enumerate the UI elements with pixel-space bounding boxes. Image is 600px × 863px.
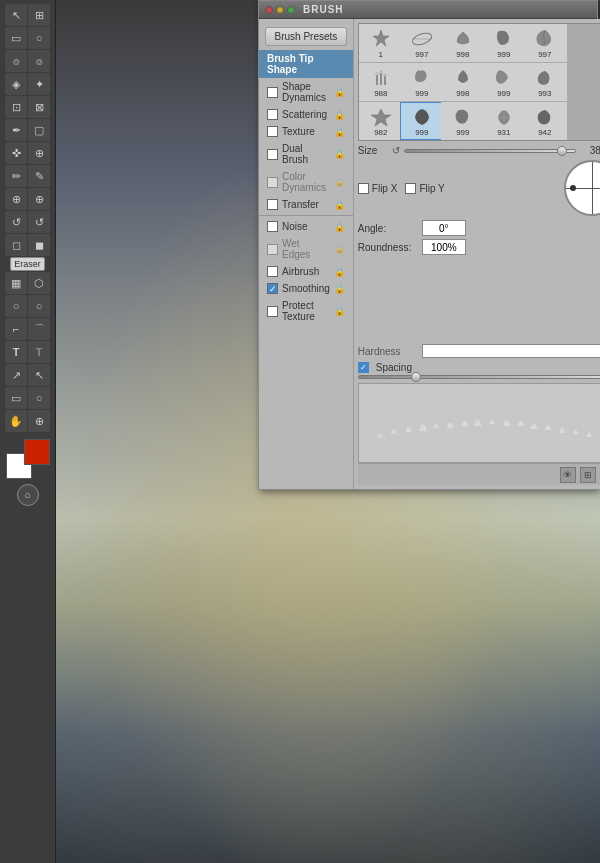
flip-y-control[interactable]: Flip Y xyxy=(405,183,444,194)
marquee-rect-tool[interactable]: ▭ xyxy=(5,27,27,49)
color-dynamics-checkbox[interactable] xyxy=(267,177,278,188)
nav-label-scattering: Scattering xyxy=(282,109,327,120)
nav-item-dual-brush[interactable]: Dual Brush 🔒 xyxy=(259,140,353,168)
nav-item-protect-texture[interactable]: Protect Texture 🔒 xyxy=(259,297,353,325)
angle-input[interactable] xyxy=(422,220,466,236)
dual-brush-checkbox[interactable] xyxy=(267,149,278,160)
brush-thumb-999c[interactable]: 999 xyxy=(482,63,526,101)
brush-thumb-1[interactable]: 1 xyxy=(359,24,403,62)
nav-item-texture[interactable]: Texture 🔒 xyxy=(259,123,353,140)
history-brush-tool[interactable]: ↺ xyxy=(5,211,27,233)
nav-item-wet-edges[interactable]: Wet Edges 🔒 xyxy=(259,235,353,263)
brush-thumb-931[interactable]: 931 xyxy=(482,102,526,140)
transfer-checkbox[interactable] xyxy=(267,199,278,210)
maximize-btn[interactable] xyxy=(287,6,295,14)
direct-select-tool[interactable]: ↖ xyxy=(28,364,50,386)
type-mask-tool[interactable]: T xyxy=(28,341,50,363)
flip-y-checkbox[interactable] xyxy=(405,183,416,194)
crop-tool[interactable]: ⊡ xyxy=(5,96,27,118)
magic-wand-tool[interactable]: ✦ xyxy=(28,73,50,95)
ellipse-tool[interactable]: ○ xyxy=(28,387,50,409)
nav-item-scattering[interactable]: Scattering 🔒 xyxy=(259,106,353,123)
brush-thumb-999b[interactable]: 999 xyxy=(400,63,444,101)
size-slider-track[interactable] xyxy=(404,149,576,153)
color-sample-tool[interactable]: ▢ xyxy=(28,119,50,141)
brush-tool[interactable]: ✏ xyxy=(5,165,27,187)
wet-edges-checkbox[interactable] xyxy=(267,244,278,255)
move-tool[interactable]: ↖ xyxy=(5,4,27,26)
panel-view-icon[interactable]: 👁 xyxy=(560,467,576,483)
roundness-input[interactable] xyxy=(422,239,466,255)
pencil-tool[interactable]: ✎ xyxy=(28,165,50,187)
smoothing-checkbox[interactable] xyxy=(267,283,278,294)
nav-item-color-dynamics[interactable]: Color Dynamics 🔒 xyxy=(259,168,353,196)
nav-item-brush-tip-shape[interactable]: Brush Tip Shape xyxy=(259,50,353,78)
flip-x-control[interactable]: Flip X xyxy=(358,183,398,194)
brush-thumb-999e[interactable]: 999 xyxy=(441,102,485,140)
quick-select-tool[interactable]: ◈ xyxy=(5,73,27,95)
panel-grid-icon[interactable]: ⊞ xyxy=(580,467,596,483)
brush-thumb-942[interactable]: 942 xyxy=(523,102,567,140)
spacing-slider-track[interactable] xyxy=(358,375,600,379)
lasso-tool[interactable]: ⌾ xyxy=(5,50,27,72)
spacing-checkbox[interactable]: ✓ xyxy=(358,362,369,373)
art-history-tool[interactable]: ↺ xyxy=(28,211,50,233)
brush-thumb-988[interactable]: 988 xyxy=(359,63,403,101)
paint-bucket-tool[interactable]: ⬡ xyxy=(28,272,50,294)
noise-checkbox[interactable] xyxy=(267,221,278,232)
brush-thumb-998b[interactable]: 998 xyxy=(441,63,485,101)
quick-mask-btn[interactable]: ○ xyxy=(17,484,39,506)
size-slider-thumb[interactable] xyxy=(557,146,567,156)
type-tool[interactable]: T xyxy=(5,341,27,363)
scattering-checkbox[interactable] xyxy=(267,109,278,120)
brush-thumb-997b[interactable]: 997 xyxy=(523,24,567,62)
nav-item-shape-dynamics[interactable]: Shape Dynamics 🔒 xyxy=(259,78,353,106)
patch-tool[interactable]: ⊕ xyxy=(28,142,50,164)
poly-lasso-tool[interactable]: ⌾ xyxy=(28,50,50,72)
eyedropper-tool[interactable]: ✒ xyxy=(5,119,27,141)
texture-checkbox[interactable] xyxy=(267,126,278,137)
slice-tool[interactable]: ⊠ xyxy=(28,96,50,118)
foreground-color-swatch[interactable] xyxy=(24,439,50,465)
hand-tool[interactable]: ✋ xyxy=(5,410,27,432)
brush-thumb-999a[interactable]: 999 xyxy=(482,24,526,62)
flip-x-checkbox[interactable] xyxy=(358,183,369,194)
nav-item-smoothing[interactable]: Smoothing 🔒 xyxy=(259,280,353,297)
zoom-tool[interactable]: ⊕ xyxy=(28,410,50,432)
nav-item-noise[interactable]: Noise 🔒 xyxy=(259,218,353,235)
hardness-track[interactable] xyxy=(422,344,600,358)
spot-heal-tool[interactable]: ✜ xyxy=(5,142,27,164)
size-refresh-icon[interactable]: ↺ xyxy=(392,145,400,156)
path-select-tool[interactable]: ↗ xyxy=(5,364,27,386)
brush-shape-997b xyxy=(531,28,559,50)
freeform-pen-tool[interactable]: ⌒ xyxy=(28,318,50,340)
hardness-label: Hardness xyxy=(358,346,418,357)
pattern-stamp-tool[interactable]: ⊕ xyxy=(28,188,50,210)
nav-item-airbrush[interactable]: Airbrush 🔒 xyxy=(259,263,353,280)
protect-texture-checkbox[interactable] xyxy=(267,306,278,317)
bg-eraser-tool[interactable]: ◼ xyxy=(28,234,50,256)
nav-item-transfer[interactable]: Transfer 🔒 xyxy=(259,196,353,213)
brush-thumb-982[interactable]: 982 xyxy=(359,102,403,140)
brush-thumb-993[interactable]: 993 xyxy=(523,63,567,101)
marquee-ellipse-tool[interactable]: ○ xyxy=(28,27,50,49)
clone-stamp-tool[interactable]: ⊕ xyxy=(5,188,27,210)
minimize-btn[interactable] xyxy=(276,6,284,14)
close-btn[interactable] xyxy=(265,6,273,14)
eraser-tool[interactable]: ◻ xyxy=(5,234,27,256)
shape-dynamics-checkbox[interactable] xyxy=(267,87,278,98)
airbrush-checkbox[interactable] xyxy=(267,266,278,277)
spacing-slider-thumb[interactable] xyxy=(411,372,421,382)
pen-tool[interactable]: ⌐ xyxy=(5,318,27,340)
svg-marker-6 xyxy=(371,109,391,126)
dodge-tool[interactable]: ○ xyxy=(28,295,50,317)
brush-presets-button[interactable]: Brush Presets xyxy=(265,27,347,46)
toolbar-row-17: ✋ ⊕ xyxy=(5,410,50,432)
gradient-tool[interactable]: ▦ xyxy=(5,272,27,294)
artboard-tool[interactable]: ⊞ xyxy=(28,4,50,26)
rectangle-tool[interactable]: ▭ xyxy=(5,387,27,409)
brush-thumb-999d[interactable]: 999 xyxy=(400,102,444,140)
brush-thumb-998a[interactable]: 998 xyxy=(441,24,485,62)
brush-thumb-997a[interactable]: 997 xyxy=(400,24,444,62)
blur-tool[interactable]: ○ xyxy=(5,295,27,317)
